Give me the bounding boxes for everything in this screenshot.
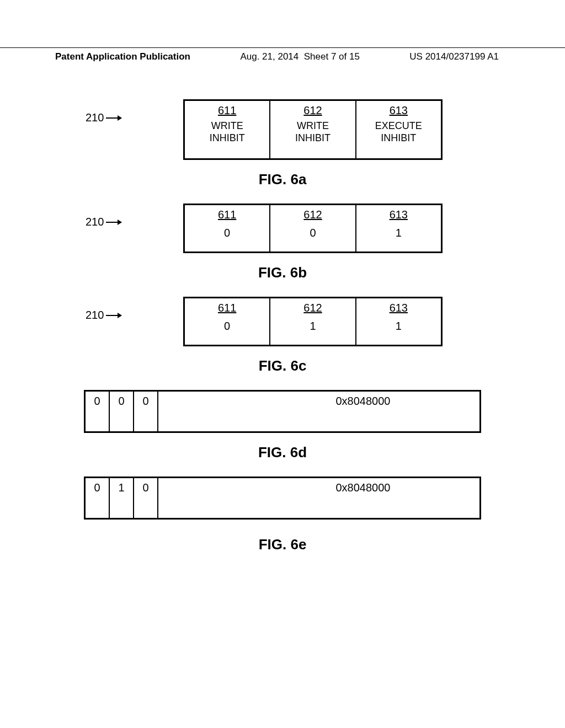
caption-6e: FIG. 6e	[61, 536, 504, 553]
address-cell: 0x8048000	[158, 478, 479, 518]
figure-6c: 210 611 0 612 1 613 1 FIG. 6c	[61, 297, 504, 374]
address-cell: 0x8048000	[158, 392, 479, 431]
register-table-6b: 611 0 612 0 613 1	[183, 204, 443, 253]
caption-6b: FIG. 6b	[61, 264, 504, 281]
caption-6d: FIG. 6d	[61, 444, 504, 461]
header-pubno: US 2014/0237199 A1	[409, 51, 499, 62]
figure-6a: 210 611 WRITEINHIBIT 612 WRITEINHIBIT 61…	[61, 99, 504, 188]
cell-613: 613 1	[356, 298, 441, 345]
cell-613: 613 EXECUTEINHIBIT	[356, 101, 441, 158]
header-date-sheet: Aug. 21, 2014 Sheet 7 of 15	[240, 51, 359, 62]
register-table-6c: 611 0 612 1 613 1	[183, 297, 443, 346]
cell-612: 612 0	[270, 205, 356, 251]
bit-cell: 0	[134, 392, 158, 431]
figure-6e: 0 1 0 0x8048000 FIG. 6e	[61, 477, 504, 553]
ref-210-b: 210	[86, 216, 121, 228]
figure-content: 210 611 WRITEINHIBIT 612 WRITEINHIBIT 61…	[0, 99, 565, 569]
arrow-icon	[106, 117, 121, 119]
ref-210-c: 210	[86, 309, 121, 322]
entry-table-6d: 0 0 0 0x8048000	[84, 390, 481, 433]
cell-613: 613 1	[356, 205, 441, 251]
bit-cell: 0	[134, 478, 158, 518]
cell-611: 611 0	[185, 205, 270, 251]
register-table-6a: 611 WRITEINHIBIT 612 WRITEINHIBIT 613 EX…	[183, 99, 443, 160]
arrow-icon	[106, 315, 121, 316]
entry-table-6e: 0 1 0 0x8048000	[84, 477, 481, 520]
caption-6c: FIG. 6c	[61, 357, 504, 374]
bit-cell: 1	[110, 478, 134, 518]
cell-611: 611 0	[185, 298, 270, 345]
figure-6b: 210 611 0 612 0 613 1 FIG. 6b	[61, 204, 504, 281]
arrow-icon	[106, 222, 121, 223]
page-header: Patent Application Publication Aug. 21, …	[0, 47, 565, 62]
bit-cell: 0	[110, 392, 134, 431]
ref-210-a: 210	[86, 111, 121, 124]
figure-6d: 0 0 0 0x8048000 FIG. 6d	[61, 390, 504, 461]
bit-cell: 0	[86, 392, 110, 431]
cell-612: 612 WRITEINHIBIT	[270, 101, 356, 158]
bit-cell: 0	[86, 478, 110, 518]
caption-6a: FIG. 6a	[61, 171, 504, 188]
cell-611: 611 WRITEINHIBIT	[185, 101, 270, 158]
cell-612: 612 1	[270, 298, 356, 345]
header-publication: Patent Application Publication	[55, 51, 190, 62]
